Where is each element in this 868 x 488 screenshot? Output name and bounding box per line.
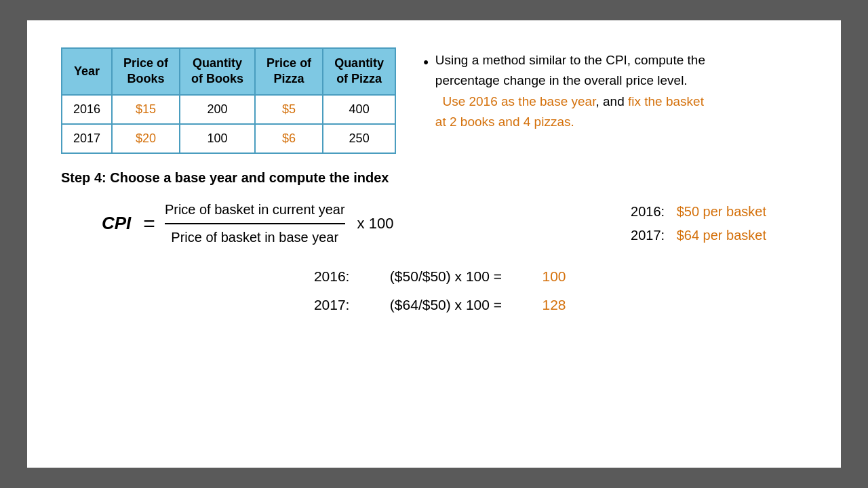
description-body: Using a method similar to the CPI, compu… xyxy=(435,50,708,133)
cell-price-books-2017: $20 xyxy=(112,124,180,153)
data-table: Year Price ofBooks Quantityof Books Pric… xyxy=(61,47,396,154)
calculations-section: 2016: ($50/$50) x 100 = 100 2017: ($64/$… xyxy=(61,262,807,313)
bullet-icon: • xyxy=(423,50,429,133)
col-header-price-pizza: Price ofPizza xyxy=(255,48,323,95)
basket-year-2017-label: 2017: xyxy=(631,228,665,243)
step-heading: Step 4: Choose a base year and compute t… xyxy=(61,170,807,186)
col-header-year: Year xyxy=(62,48,112,95)
description-highlight1: Use 2016 as the base year xyxy=(442,94,595,108)
slide: Year Price ofBooks Quantityof Books Pric… xyxy=(27,20,841,468)
cell-year-2017: 2017 xyxy=(62,124,112,153)
calc-row-2016: 2016: ($50/$50) x 100 = 100 xyxy=(302,268,566,285)
top-section: Year Price ofBooks Quantityof Books Pric… xyxy=(61,47,807,154)
calc-formula-2017: ($64/$50) x 100 = xyxy=(357,297,534,313)
description-intro: Using a method similar to the CPI, compu… xyxy=(435,53,705,87)
cell-qty-pizza-2016: 400 xyxy=(323,95,395,124)
cell-price-books-2016: $15 xyxy=(112,95,180,124)
col-header-qty-books: Quantityof Books xyxy=(180,48,255,95)
calc-formula-2016: ($50/$50) x 100 = xyxy=(357,268,534,285)
description-middle: , and xyxy=(595,94,624,108)
fraction-denominator: Price of basket in base year xyxy=(171,227,338,245)
fraction-line xyxy=(165,223,345,224)
cpi-label: CPI xyxy=(102,213,131,234)
calc-year-2017: 2017: xyxy=(302,297,349,313)
formula-wrap: CPI = Price of basket in current year Pr… xyxy=(102,202,393,245)
basket-price-2016: 2016: $50 per basket xyxy=(631,204,766,220)
equals-sign: = xyxy=(143,212,155,235)
description-text: • Using a method similar to the CPI, com… xyxy=(423,47,708,133)
cell-price-pizza-2016: $5 xyxy=(255,95,323,124)
table-row: 2016 $15 200 $5 400 xyxy=(62,95,395,124)
basket-year-2016-value: $50 per basket xyxy=(677,204,766,219)
basket-year-2016-label: 2016: xyxy=(631,204,665,219)
col-header-qty-pizza: Quantityof Pizza xyxy=(323,48,395,95)
fraction-numerator: Price of basket in current year xyxy=(165,202,345,220)
table-row: 2017 $20 100 $6 250 xyxy=(62,124,395,153)
calc-result-2017: 128 xyxy=(542,297,566,313)
col-header-price-books: Price ofBooks xyxy=(112,48,180,95)
times-100: x 100 xyxy=(357,215,394,232)
fraction: Price of basket in current year Price of… xyxy=(165,202,345,245)
calc-row-2017: 2017: ($64/$50) x 100 = 128 xyxy=(302,297,566,313)
cell-price-pizza-2017: $6 xyxy=(255,124,323,153)
basket-price-2017: 2017: $64 per basket xyxy=(631,228,766,243)
cell-qty-pizza-2017: 250 xyxy=(323,124,395,153)
calc-result-2016: 100 xyxy=(542,268,566,285)
cell-qty-books-2016: 200 xyxy=(180,95,255,124)
calc-year-2016: 2016: xyxy=(302,268,349,285)
cell-year-2016: 2016 xyxy=(62,95,112,124)
cell-qty-books-2017: 100 xyxy=(180,124,255,153)
formula-section: CPI = Price of basket in current year Pr… xyxy=(61,202,807,245)
basket-prices: 2016: $50 per basket 2017: $64 per baske… xyxy=(631,204,807,243)
basket-year-2017-value: $64 per basket xyxy=(677,228,766,243)
